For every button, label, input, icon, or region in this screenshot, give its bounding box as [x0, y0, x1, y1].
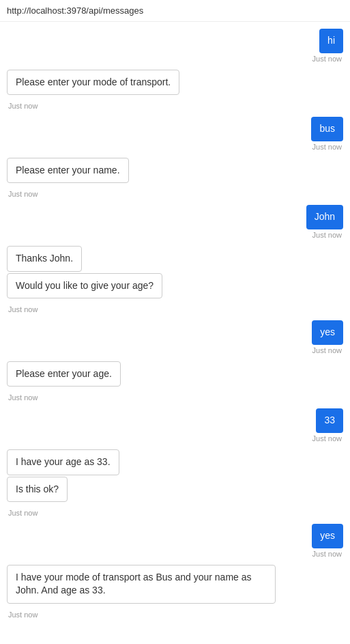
bot-message-group: Please enter your name. [7, 158, 343, 185]
bot-message-group: I have your mode of transport as Bus and… [7, 565, 343, 605]
timestamp-user: Just now [7, 231, 343, 239]
bot-message-group: I have your age as 33.Is this ok? [7, 449, 343, 503]
message-row-bot: Please enter your mode of transport. [7, 70, 343, 96]
timestamp-bot: Just now [7, 611, 343, 619]
timestamp-user: Just now [7, 55, 343, 63]
bot-bubble: Is this ok? [7, 477, 68, 503]
user-bubble: bus [311, 117, 343, 141]
timestamp-bot: Just now [7, 190, 343, 198]
timestamp-bot: Just now [7, 393, 343, 402]
message-row-bot: I have your age as 33. [7, 449, 343, 475]
message-row-user: John [7, 205, 343, 229]
message-row-user: yes [7, 524, 343, 548]
user-bubble: John [306, 205, 343, 229]
chat-container: hiJust nowPlease enter your mode of tran… [0, 22, 350, 632]
bot-bubble: Would you like to give your age? [7, 273, 162, 299]
timestamp-user: Just now [7, 143, 343, 151]
bot-message-group: Please enter your mode of transport. [7, 70, 343, 97]
bot-bubble: I have your age as 33. [7, 449, 119, 475]
bot-bubble: Please enter your age. [7, 361, 121, 387]
message-row-user: bus [7, 117, 343, 141]
bot-message-group: Please enter your age. [7, 361, 343, 389]
bot-bubble: Please enter your mode of transport. [7, 70, 179, 96]
timestamp-user: Just now [7, 434, 343, 443]
timestamp-user: Just now [7, 346, 343, 354]
timestamp-bot: Just now [7, 305, 343, 313]
message-row-bot: Please enter your name. [7, 158, 343, 184]
user-bubble: hi [319, 29, 343, 53]
user-bubble: yes [312, 524, 343, 548]
message-row-bot: Thanks John. [7, 246, 343, 272]
user-bubble: yes [312, 320, 343, 345]
message-row-bot: Is this ok? [7, 477, 343, 503]
message-row-user: yes [7, 320, 343, 345]
user-bubble: 33 [316, 408, 343, 433]
bot-bubble: I have your mode of transport as Bus and… [7, 565, 276, 604]
message-row-bot: Please enter your age. [7, 361, 343, 387]
message-row-bot: Would you like to give your age? [7, 273, 343, 299]
timestamp-user: Just now [7, 550, 343, 558]
url-text: http://localhost:3978/api/messages [7, 5, 143, 16]
timestamp-bot: Just now [7, 509, 343, 517]
message-row-bot: I have your mode of transport as Bus and… [7, 565, 343, 604]
bot-message-group: Thanks John.Would you like to give your … [7, 246, 343, 300]
url-bar: http://localhost:3978/api/messages [0, 0, 350, 22]
message-row-user: hi [7, 29, 343, 53]
bot-bubble: Thanks John. [7, 246, 82, 272]
timestamp-bot: Just now [7, 102, 343, 110]
bot-bubble: Please enter your name. [7, 158, 129, 184]
message-row-user: 33 [7, 408, 343, 433]
